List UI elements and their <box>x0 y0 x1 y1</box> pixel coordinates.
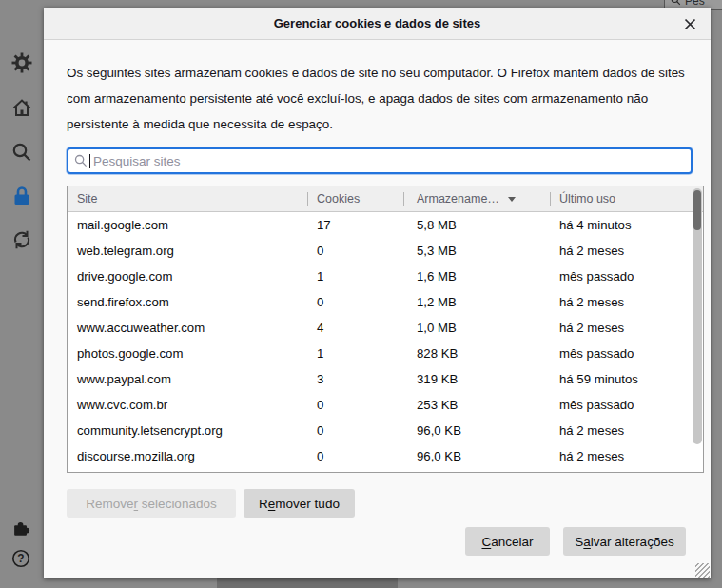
save-changes-button[interactable]: Salvar alterações <box>563 527 686 556</box>
dialog-description: Os seguintes sites armazenam cookies e d… <box>67 60 694 137</box>
cell-cookies: 0 <box>307 398 403 412</box>
home-icon <box>10 96 33 119</box>
cell-last: há 2 meses <box>550 295 703 309</box>
table-row[interactable]: drive.google.com11,6 MBmês passado <box>68 264 703 289</box>
table-row[interactable]: support.mozilla.org084,0 KBmês passado <box>68 469 703 473</box>
table-scrollbar[interactable] <box>693 188 702 444</box>
cell-cookies: 0 <box>307 244 403 258</box>
search-icon <box>671 0 681 6</box>
close-button[interactable] <box>678 12 701 35</box>
cell-storage: 5,8 MB <box>403 218 550 232</box>
cell-site: community.letsencrypt.org <box>68 423 307 438</box>
dialog-header: Gerenciar cookies e dados de sites <box>44 8 711 40</box>
cell-site: www.cvc.com.br <box>68 398 307 412</box>
search-icon <box>10 141 33 164</box>
cell-storage: 96,0 KB <box>403 423 550 438</box>
dialog-title: Gerenciar cookies e dados de sites <box>274 16 481 30</box>
lock-icon <box>10 185 33 207</box>
scrollbar-thumb[interactable] <box>693 190 701 230</box>
cell-cookies: 4 <box>307 321 403 335</box>
cell-site: web.telegram.org <box>68 244 307 258</box>
sync-icon <box>10 228 33 251</box>
svg-text:?: ? <box>17 552 24 565</box>
search-icon <box>74 154 88 167</box>
cell-storage: 1,2 MB <box>403 295 550 309</box>
cell-storage: 253 KB <box>403 398 550 412</box>
cell-last: mês passado <box>550 346 703 361</box>
cell-last: há 2 meses <box>550 321 703 335</box>
cell-last: há 4 minutos <box>550 218 703 232</box>
table-row[interactable]: web.telegram.org05,3 MBhá 2 meses <box>68 238 703 264</box>
cell-site: mail.google.com <box>68 218 307 232</box>
cell-cookies: 0 <box>307 423 403 438</box>
table-row[interactable]: community.letsencrypt.org096,0 KBhá 2 me… <box>68 418 703 443</box>
cell-last: há 2 meses <box>550 449 703 463</box>
cell-site: drive.google.com <box>68 269 307 284</box>
cell-cookies: 0 <box>307 295 403 309</box>
cell-cookies: 17 <box>307 218 403 232</box>
cell-storage: 96,0 KB <box>403 449 550 463</box>
column-header-cookies[interactable]: Cookies <box>307 186 403 211</box>
cell-storage: 1,0 MB <box>403 321 550 335</box>
cell-last: mês passado <box>550 398 703 412</box>
cell-cookies: 0 <box>307 449 403 463</box>
settings-sidebar: ? <box>0 0 44 588</box>
cancel-button[interactable]: Cancelar <box>465 527 550 556</box>
cell-cookies: 3 <box>307 372 403 386</box>
cell-site: www.paypal.com <box>68 372 307 386</box>
cell-last: há 2 meses <box>550 244 703 258</box>
window-resize-grip[interactable] <box>695 563 710 578</box>
table-row[interactable]: www.accuweather.com41,0 MBhá 2 meses <box>68 315 703 341</box>
cell-storage: 828 KB <box>403 346 550 361</box>
table-body: mail.google.com175,8 MBhá 4 minutosweb.t… <box>68 212 703 473</box>
cell-storage: 319 KB <box>403 372 550 386</box>
table-row[interactable]: discourse.mozilla.org096,0 KBhá 2 meses <box>68 443 703 469</box>
table-row[interactable]: www.cvc.com.br0253 KBmês passado <box>68 392 703 418</box>
puzzle-icon <box>10 518 33 540</box>
sort-descending-icon <box>508 197 516 202</box>
column-header-last-used[interactable]: Último uso <box>550 186 703 211</box>
table-row[interactable]: send.firefox.com01,2 MBhá 2 meses <box>68 289 703 315</box>
site-search-field <box>67 147 693 174</box>
cell-cookies: 1 <box>307 269 403 284</box>
cell-last: há 2 meses <box>550 423 703 438</box>
cell-site: discourse.mozilla.org <box>68 449 307 463</box>
remove-all-button[interactable]: Remover tudo <box>244 489 355 518</box>
cell-storage: 1,6 MB <box>403 269 550 284</box>
remove-selected-button[interactable]: Remover selecionados <box>67 489 236 518</box>
table-row[interactable]: www.paypal.com3319 KBhá 59 minutos <box>68 366 703 392</box>
help-icon: ? <box>10 548 33 571</box>
background-page-fragment <box>217 578 398 588</box>
cell-site: photos.google.com <box>68 346 307 361</box>
table-header: Site Cookies Armazename… Último uso <box>68 186 703 212</box>
search-input[interactable] <box>90 154 685 168</box>
table-row[interactable]: photos.google.com1828 KBmês passado <box>68 341 703 366</box>
table-row[interactable]: mail.google.com175,8 MBhá 4 minutos <box>68 212 703 238</box>
manage-cookies-dialog: Gerenciar cookies e dados de sites Os se… <box>44 8 711 578</box>
cell-last: mês passado <box>550 269 703 284</box>
cell-cookies: 1 <box>307 346 403 361</box>
background-search-placeholder: Pes <box>685 0 705 8</box>
cell-storage: 5,3 MB <box>403 244 550 258</box>
site-data-table: Site Cookies Armazename… Último uso mail… <box>67 186 704 473</box>
close-icon <box>684 18 696 30</box>
cell-last: há 59 minutos <box>550 372 703 386</box>
column-header-site[interactable]: Site <box>68 186 307 211</box>
gear-icon <box>10 51 33 74</box>
cell-site: www.accuweather.com <box>68 321 307 335</box>
column-header-storage[interactable]: Armazename… <box>403 186 550 211</box>
cell-site: send.firefox.com <box>68 295 307 309</box>
